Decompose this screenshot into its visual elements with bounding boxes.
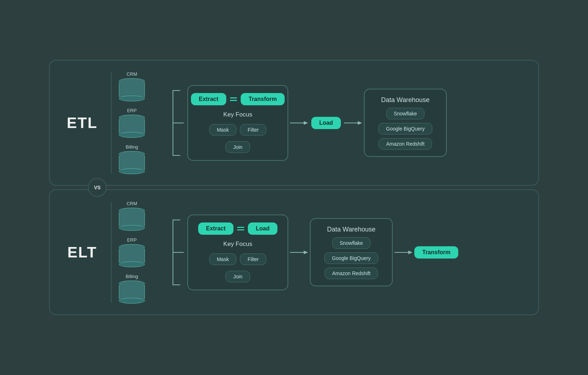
elt-dw-snowflake: Snowflake [332,237,371,249]
elt-key-focus: Key Focus [223,241,252,248]
etl-dw-snowflake: Snowflake [386,108,425,119]
elt-erp-label: ERP [127,237,137,243]
etl-crm-cylinder [119,78,145,101]
etl-pills-row: Mask Filter [209,124,267,136]
etl-dw-redshift: Amazon Redshift [379,138,432,150]
elt-billing-cylinder [119,281,145,304]
etl-dw-box: Data Warehouse Snowflake Google BigQuery… [364,89,447,157]
etl-load-col: Load [310,117,342,129]
etl-divider [111,72,112,173]
etl-crm-label: CRM [126,71,137,77]
etl-join-row: Join [226,141,250,153]
elt-join-pill: Join [226,271,250,282]
etl-billing-cylinder [119,151,145,174]
elt-process-box: Extract Load Key Focus Mask Filter Join [187,215,288,290]
elt-arrow2 [393,249,414,256]
etl-load-pill: Load [311,117,341,129]
elt-bracket [169,213,187,292]
elt-billing-label: Billing [126,274,138,279]
etl-label: ETL [67,114,97,132]
elt-label: ELT [67,244,97,261]
elt-transform-pill: Transform [414,246,458,259]
vs-label: VS [94,185,101,190]
etl-erp-label: ERP [127,108,137,113]
etl-arrow1-svg [290,119,308,127]
svg-marker-2 [304,121,308,125]
etl-join-pill: Join [226,141,250,153]
elt-pills-row: Mask Filter [209,253,267,265]
etl-dw-bigquery: Google BigQuery [378,123,432,134]
elt-source-billing: Billing [119,274,145,304]
etl-key-focus: Key Focus [223,111,252,118]
vs-badge: VS [88,178,107,197]
elt-dw-box: Data Warehouse Snowflake Google BigQuery… [310,218,393,286]
svg-marker-7 [304,251,308,254]
elt-equals [237,227,244,230]
etl-sources: CRM ERP Billing [119,71,169,174]
elt-arrow2-svg [395,249,413,256]
elt-dw-bigquery: Google BigQuery [324,252,378,264]
svg-marker-4 [358,121,362,125]
etl-source-crm: CRM [119,71,145,101]
etl-arrow2-svg [344,119,362,127]
elt-panel: ELT CRM ERP Billing [49,189,539,315]
elt-dw-redshift: Amazon Redshift [325,268,378,279]
etl-process-top: Extract Transform [191,93,285,105]
etl-equals [230,97,237,101]
elt-process-top: Extract Load [198,222,277,235]
elt-source-crm: CRM [119,201,145,231]
elt-bracket-svg [169,213,184,292]
svg-marker-9 [408,251,413,254]
etl-bracket [169,83,187,163]
elt-arrow1-svg [290,249,308,256]
elt-divider [111,202,112,303]
elt-crm-cylinder [119,208,145,231]
etl-source-erp: ERP [119,108,145,138]
etl-erp-cylinder [119,115,145,138]
elt-filter-pill: Filter [240,253,266,265]
elt-erp-cylinder [119,244,145,267]
main-container: ETL CRM ERP Billing [35,45,553,330]
elt-source-erp: ERP [119,237,145,267]
etl-source-billing: Billing [119,144,145,174]
elt-crm-label: CRM [126,201,137,206]
etl-arrow1 [288,119,310,127]
etl-extract-pill: Extract [191,93,226,105]
etl-mask-pill: Mask [209,124,236,136]
etl-filter-pill: Filter [240,124,266,136]
etl-bracket-svg [169,83,184,163]
etl-transform-pill: Transform [241,93,285,105]
elt-sources: CRM ERP Billing [119,201,169,304]
etl-arrow2 [342,119,364,127]
elt-arrow1 [288,249,310,256]
elt-transform-col: Transform [414,246,458,259]
etl-label-col: ETL [61,114,104,132]
etl-dw-title: Data Warehouse [381,96,429,104]
elt-dw-title: Data Warehouse [327,225,375,234]
elt-mask-pill: Mask [209,253,236,265]
etl-billing-label: Billing [126,144,138,150]
elt-label-col: ELT [61,244,104,261]
elt-load-pill: Load [248,222,277,235]
etl-process-box: Extract Transform Key Focus Mask Filter … [187,85,288,161]
etl-panel: ETL CRM ERP Billing [49,60,539,186]
elt-extract-pill: Extract [198,222,233,235]
elt-join-row: Join [226,271,250,282]
